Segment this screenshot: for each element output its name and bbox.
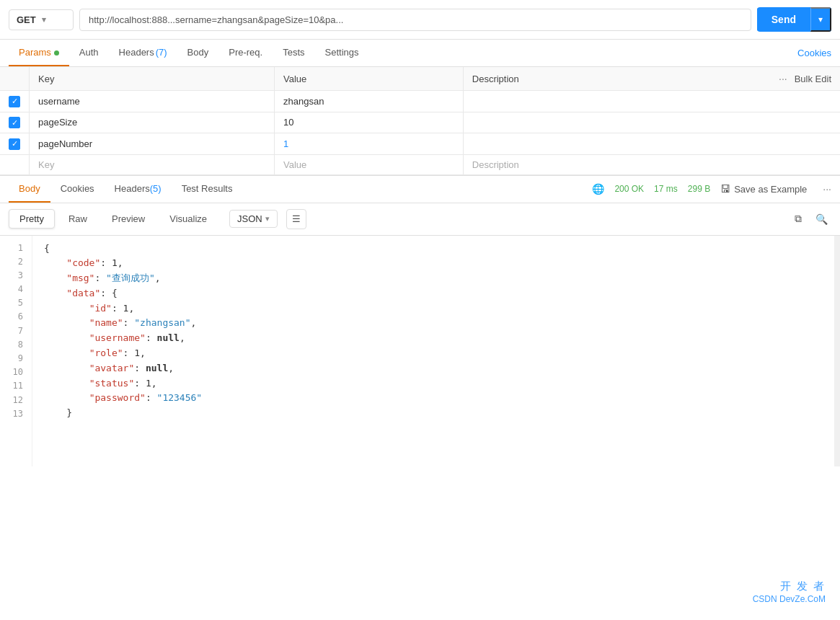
code-line-12: } <box>44 406 834 421</box>
request-tabs-bar: Params Auth Headers(7) Body Pre-req. Tes… <box>0 40 840 67</box>
format-selector[interactable]: JSON ▾ <box>229 210 278 228</box>
row-3-desc[interactable] <box>463 133 840 155</box>
line-numbers: 1 2 3 4 5 6 7 8 9 10 11 12 13 <box>0 236 32 466</box>
save-as-example-button[interactable]: 🖫 Save as Example <box>720 183 807 195</box>
col-header-value: Value <box>275 67 464 91</box>
status-area: 🌐 200 OK 17 ms 299 B 🖫 Save as Example ·… <box>592 183 831 195</box>
send-button-group: Send ▾ <box>757 7 831 32</box>
code-line-2: "code": 1, <box>44 256 834 271</box>
resp-tab-body[interactable]: Body <box>9 176 50 203</box>
method-label: GET <box>17 14 36 25</box>
code-line-6: "name": "zhangsan", <box>44 316 834 331</box>
row-3-checkbox[interactable]: ✓ <box>9 138 20 150</box>
row-3-key[interactable]: pageNumber <box>30 133 275 155</box>
tab-tests[interactable]: Tests <box>273 40 314 66</box>
row-3-value[interactable]: 1 <box>275 133 464 155</box>
response-more-icon[interactable]: ··· <box>823 183 831 195</box>
tab-headers[interactable]: Headers(7) <box>109 40 177 66</box>
subtab-preview[interactable]: Preview <box>101 209 156 229</box>
status-time: 17 ms <box>654 184 678 194</box>
row-1-key[interactable]: username <box>30 91 275 112</box>
row-4-key-placeholder[interactable]: Key <box>30 154 275 174</box>
code-line-9: "avatar": null, <box>44 361 834 376</box>
row-1-checkbox[interactable]: ✓ <box>9 96 20 107</box>
filter-icon-button[interactable]: ☰ <box>286 209 306 229</box>
table-row: ✓ pageSize 10 <box>0 112 840 133</box>
row-4-desc-placeholder[interactable]: Description <box>463 154 840 174</box>
code-line-10: "status": 1, <box>44 376 834 391</box>
json-code-content[interactable]: { "code": 1, "msg": "查询成功", "data": { "i… <box>32 236 834 466</box>
row-4-value-placeholder[interactable]: Value <box>275 154 464 174</box>
code-line-5: "id": 1, <box>44 301 834 316</box>
col-header-key: Key <box>30 67 275 91</box>
tab-prereq[interactable]: Pre-req. <box>218 40 273 66</box>
code-line-4: "data": { <box>44 286 834 301</box>
status-code: 200 OK <box>614 184 644 194</box>
row-4-checkbox-cell <box>0 154 30 174</box>
method-selector[interactable]: GET ▾ <box>9 9 74 30</box>
subtab-visualize[interactable]: Visualize <box>159 209 218 229</box>
resp-tab-test-results[interactable]: Test Results <box>172 176 243 203</box>
code-line-11: "password": "123456" <box>44 391 834 406</box>
col-header-check <box>0 67 30 91</box>
code-line-1: { <box>44 242 834 257</box>
resp-tab-cookies[interactable]: Cookies <box>50 176 105 203</box>
row-1-desc[interactable] <box>463 91 840 112</box>
code-line-13 <box>44 421 834 436</box>
top-bar: GET ▾ Send ▾ <box>0 0 840 40</box>
row-1-checkbox-cell[interactable]: ✓ <box>0 91 30 112</box>
subtab-pretty[interactable]: Pretty <box>9 209 55 229</box>
row-1-value[interactable]: zhangsan <box>275 91 464 112</box>
params-table: Key Value Description ··· Bulk Edit <box>0 67 840 175</box>
bulk-edit-button[interactable]: Bulk Edit <box>795 74 831 84</box>
tab-auth[interactable]: Auth <box>69 40 109 66</box>
row-2-key[interactable]: pageSize <box>30 112 275 133</box>
table-row: ✓ pageNumber 1 <box>0 133 840 155</box>
save-icon: 🖫 <box>720 183 730 195</box>
col-header-desc: Description ··· Bulk Edit <box>463 67 840 91</box>
cookies-link[interactable]: Cookies <box>797 40 831 66</box>
method-chevron-icon: ▾ <box>42 15 46 25</box>
response-tabs-bar: Body Cookies Headers(5) Test Results 🌐 2… <box>0 176 840 203</box>
row-2-desc[interactable] <box>463 112 840 133</box>
search-icon-button[interactable]: 🔍 <box>811 209 831 229</box>
code-line-8: "role": 1, <box>44 346 834 361</box>
subtab-raw[interactable]: Raw <box>58 209 98 229</box>
row-2-value[interactable]: 10 <box>275 112 464 133</box>
status-size: 299 B <box>688 184 710 194</box>
row-3-checkbox-cell[interactable]: ✓ <box>0 133 30 155</box>
format-chevron-icon: ▾ <box>265 214 270 223</box>
code-line-7: "username": null, <box>44 331 834 346</box>
copy-icon-button[interactable]: ⧉ <box>788 209 808 229</box>
tab-body[interactable]: Body <box>177 40 219 66</box>
row-2-checkbox-cell[interactable]: ✓ <box>0 112 30 133</box>
watermark: 开 发 者 CSDN DevZe.CoM <box>753 578 826 606</box>
body-subtabs-bar: Pretty Raw Preview Visualize JSON ▾ ☰ ⧉ … <box>0 203 840 236</box>
tab-settings[interactable]: Settings <box>315 40 369 66</box>
table-row: ✓ username zhangsan <box>0 91 840 112</box>
scrollbar[interactable] <box>834 236 840 466</box>
row-2-checkbox[interactable]: ✓ <box>9 117 20 128</box>
tab-params[interactable]: Params <box>9 40 69 66</box>
resp-tab-headers[interactable]: Headers(5) <box>105 176 172 203</box>
params-dot <box>54 50 59 56</box>
table-row: Key Value Description <box>0 154 840 174</box>
send-dropdown-button[interactable]: ▾ <box>810 7 831 32</box>
table-more-icon[interactable]: ··· <box>779 73 787 84</box>
code-line-3: "msg": "查询成功", <box>44 271 834 286</box>
url-input[interactable] <box>79 9 751 31</box>
json-response-area: 1 2 3 4 5 6 7 8 9 10 11 12 13 { "code": … <box>0 236 840 466</box>
globe-icon: 🌐 <box>592 183 604 195</box>
send-button[interactable]: Send <box>757 8 810 31</box>
params-table-section: Key Value Description ··· Bulk Edit <box>0 67 840 176</box>
